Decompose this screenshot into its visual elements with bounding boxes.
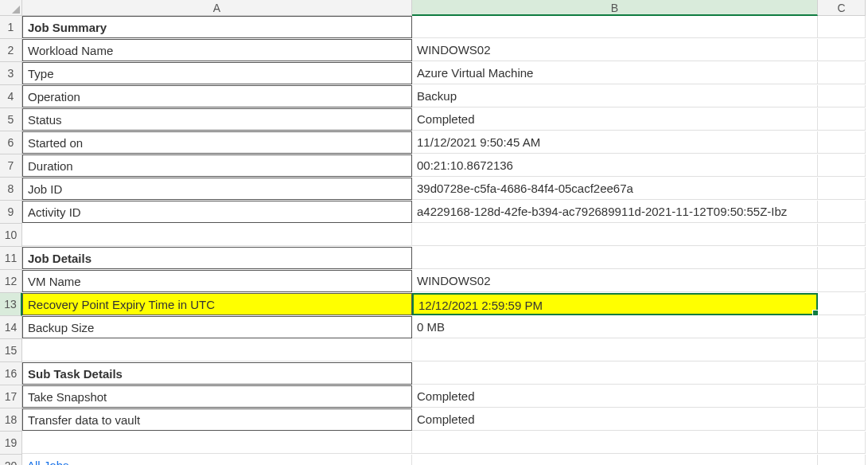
- row-header[interactable]: 11: [0, 247, 22, 270]
- cell-c12[interactable]: [818, 270, 866, 292]
- cell-c18[interactable]: [818, 408, 866, 431]
- cell-a20[interactable]: All Jobs: [22, 455, 412, 465]
- cell-c6[interactable]: [818, 131, 866, 154]
- cell-a18[interactable]: Transfer data to vault: [22, 408, 412, 431]
- cell-a4[interactable]: Operation: [22, 85, 412, 107]
- cell-b12[interactable]: WINDOWS02: [412, 270, 818, 292]
- row-header[interactable]: 8: [0, 178, 22, 201]
- row-header[interactable]: 18: [0, 408, 22, 432]
- row-header[interactable]: 2: [0, 39, 22, 62]
- row-header[interactable]: 19: [0, 432, 22, 455]
- row-header[interactable]: 15: [0, 339, 22, 362]
- cell-b18[interactable]: Completed: [412, 408, 818, 431]
- cell-b3[interactable]: Azure Virtual Machine: [412, 62, 818, 84]
- cell-b17[interactable]: Completed: [412, 385, 818, 408]
- cell-c1[interactable]: [818, 16, 866, 38]
- spreadsheet-grid: A B C 1 Job Summary 2 Workload Name WIND…: [0, 0, 868, 465]
- row-header[interactable]: 16: [0, 362, 22, 385]
- cell-a3[interactable]: Type: [22, 62, 412, 84]
- cell-c7[interactable]: [818, 154, 866, 177]
- cell-b15[interactable]: [412, 339, 818, 361]
- cell-b13-selected[interactable]: 12/12/2021 2:59:59 PM: [412, 293, 818, 315]
- cell-a11[interactable]: Job Details: [22, 247, 412, 269]
- cell-a12[interactable]: VM Name: [22, 270, 412, 292]
- cell-a5[interactable]: Status: [22, 108, 412, 131]
- cell-b5[interactable]: Completed: [412, 108, 818, 131]
- cell-b6[interactable]: 11/12/2021 9:50:45 AM: [412, 131, 818, 154]
- cell-c16[interactable]: [818, 362, 866, 385]
- cell-c10[interactable]: [818, 224, 866, 246]
- row-header[interactable]: 20: [0, 455, 22, 465]
- row-header[interactable]: 6: [0, 131, 22, 154]
- cell-a2[interactable]: Workload Name: [22, 39, 412, 61]
- column-header-c[interactable]: C: [818, 0, 866, 16]
- cell-b7[interactable]: 00:21:10.8672136: [412, 154, 818, 177]
- cell-c2[interactable]: [818, 39, 866, 61]
- row-header[interactable]: 9: [0, 201, 22, 224]
- all-jobs-link[interactable]: All Jobs: [27, 459, 69, 465]
- cell-b1[interactable]: [412, 16, 818, 38]
- cell-a1[interactable]: Job Summary: [22, 16, 412, 38]
- cell-c15[interactable]: [818, 339, 866, 361]
- cell-a7[interactable]: Duration: [22, 154, 412, 177]
- cell-c11[interactable]: [818, 247, 866, 269]
- cell-a16[interactable]: Sub Task Details: [22, 362, 412, 385]
- cell-b20[interactable]: [412, 455, 818, 465]
- cell-c3[interactable]: [818, 62, 866, 84]
- row-header[interactable]: 14: [0, 316, 22, 339]
- cell-a6[interactable]: Started on: [22, 131, 412, 154]
- cell-c9[interactable]: [818, 201, 866, 223]
- cell-c5[interactable]: [818, 108, 866, 131]
- cell-b9[interactable]: a4229168-128d-42fe-b394-ac792689911d-202…: [412, 201, 818, 223]
- cell-b8[interactable]: 39d0728e-c5fa-4686-84f4-05cacf2ee67a: [412, 178, 818, 200]
- cell-b11[interactable]: [412, 247, 818, 269]
- cell-b10[interactable]: [412, 224, 818, 246]
- row-header[interactable]: 4: [0, 85, 22, 108]
- cell-a19[interactable]: [22, 432, 412, 454]
- cell-a14[interactable]: Backup Size: [22, 316, 412, 338]
- row-header[interactable]: 12: [0, 270, 22, 293]
- row-header[interactable]: 5: [0, 108, 22, 131]
- column-header-b[interactable]: B: [412, 0, 818, 16]
- cell-c20[interactable]: [818, 455, 866, 465]
- cell-b4[interactable]: Backup: [412, 85, 818, 107]
- cell-b14[interactable]: 0 MB: [412, 316, 818, 338]
- cell-a8[interactable]: Job ID: [22, 178, 412, 200]
- cell-b19[interactable]: [412, 432, 818, 454]
- cell-c14[interactable]: [818, 316, 866, 338]
- cell-c8[interactable]: [818, 178, 866, 200]
- cell-a13[interactable]: Recovery Point Expiry Time in UTC: [22, 293, 412, 315]
- cell-c17[interactable]: [818, 385, 866, 408]
- row-header[interactable]: 1: [0, 16, 22, 39]
- cell-a17[interactable]: Take Snapshot: [22, 385, 412, 408]
- row-header[interactable]: 7: [0, 154, 22, 178]
- cell-a15[interactable]: [22, 339, 412, 361]
- cell-c13[interactable]: [818, 293, 866, 315]
- cell-a9[interactable]: Activity ID: [22, 201, 412, 223]
- cell-b16[interactable]: [412, 362, 818, 385]
- column-header-a[interactable]: A: [22, 0, 412, 16]
- cell-a10[interactable]: [22, 224, 412, 246]
- row-header[interactable]: 10: [0, 224, 22, 247]
- cell-c19[interactable]: [818, 432, 866, 454]
- row-header[interactable]: 3: [0, 62, 22, 85]
- row-header[interactable]: 13: [0, 293, 22, 316]
- select-all-corner[interactable]: [0, 0, 22, 16]
- row-header[interactable]: 17: [0, 385, 22, 408]
- cell-b2[interactable]: WINDOWS02: [412, 39, 818, 61]
- cell-c4[interactable]: [818, 85, 866, 107]
